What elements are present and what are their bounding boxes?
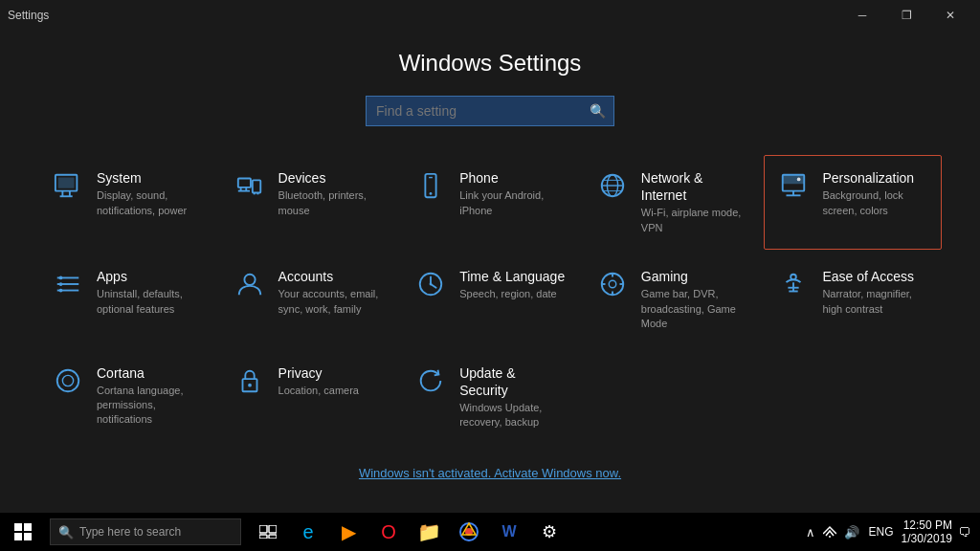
chrome-button[interactable] <box>450 513 488 551</box>
activation-notice: Windows isn't activated. Activate Window… <box>38 454 942 491</box>
taskbar-search-text: Type here to search <box>79 525 181 539</box>
taskbar-right: ∧ 🔊 ENG 12:50 PM 1/30/2019 🗨 <box>804 518 980 545</box>
settings-item-network[interactable]: Network & Internet Wi-Fi, airplane mode,… <box>583 155 761 250</box>
gaming-desc: Game bar, DVR, broadcasting, Game Mode <box>641 287 748 331</box>
update-name: Update & Security <box>459 364 567 399</box>
svg-rect-55 <box>259 525 267 533</box>
network-icon <box>595 169 630 200</box>
settings-item-update[interactable]: Update & Security Windows Update, recove… <box>401 350 579 445</box>
svg-point-37 <box>609 280 616 288</box>
file-explorer-button[interactable]: 📁 <box>410 513 448 551</box>
settings-item-phone[interactable]: Phone Link your Android, iPhone <box>401 155 579 250</box>
search-icon: 🔍 <box>590 103 606 119</box>
network-desc: Wi-Fi, airplane mode, VPN <box>641 206 748 235</box>
settings-item-gaming[interactable]: Gaming Game bar, DVR, broadcasting, Game… <box>583 253 761 345</box>
personalization-name: Personalization <box>822 169 929 187</box>
svg-rect-4 <box>58 178 75 188</box>
system-text: System Display, sound, notifications, po… <box>97 169 204 218</box>
phone-text: Phone Link your Android, iPhone <box>459 169 567 218</box>
word-button[interactable]: W <box>490 513 528 551</box>
chevron-up-icon[interactable]: ∧ <box>804 525 817 540</box>
apps-desc: Uninstall, defaults, optional features <box>97 287 204 317</box>
svg-point-31 <box>244 275 255 285</box>
search-input[interactable] <box>367 97 613 125</box>
edge-button[interactable]: e <box>289 513 327 551</box>
network-name: Network & Internet <box>641 169 748 204</box>
time-name: Time & Language <box>459 268 565 285</box>
taskbar-date: 1/30/2019 <box>902 532 952 545</box>
taskbar-language[interactable]: ENG <box>865 525 898 539</box>
svg-point-61 <box>829 536 831 538</box>
svg-rect-58 <box>269 535 277 539</box>
time-text: Time & Language Speech, region, date <box>459 268 565 302</box>
settings-item-cortana[interactable]: Cortana Cortana language, permissions, n… <box>38 350 216 445</box>
settings-taskbar-button[interactable]: ⚙ <box>530 513 568 551</box>
apps-text: Apps Uninstall, defaults, optional featu… <box>97 268 204 317</box>
taskbar: 🔍 Type here to search e ▶ O 📁 <box>0 513 980 551</box>
gaming-icon <box>595 268 630 298</box>
settings-item-privacy[interactable]: Privacy Location, camera <box>220 350 398 445</box>
restore-button[interactable]: ❐ <box>884 0 928 31</box>
taskbar-search-box[interactable]: 🔍 Type here to search <box>50 518 241 545</box>
time-desc: Speech, region, date <box>459 287 565 301</box>
svg-point-50 <box>248 383 252 386</box>
svg-point-28 <box>59 276 63 280</box>
svg-point-24 <box>797 178 801 182</box>
ease-desc: Narrator, magnifier, high contrast <box>822 287 929 317</box>
settings-item-accounts[interactable]: Accounts Your accounts, email, sync, wor… <box>220 253 398 345</box>
taskbar-icons: e ▶ O 📁 W ⚙ <box>249 513 568 551</box>
personalization-icon <box>776 169 811 200</box>
volume-icon[interactable]: 🔊 <box>842 525 861 540</box>
start-button[interactable] <box>0 513 46 551</box>
settings-item-ease[interactable]: Ease of Access Narrator, magnifier, high… <box>764 253 942 345</box>
svg-point-48 <box>62 375 73 386</box>
privacy-name: Privacy <box>278 364 359 382</box>
system-name: System <box>97 169 204 187</box>
devices-text: Devices Bluetooth, printers, mouse <box>278 169 386 218</box>
svg-rect-54 <box>24 533 32 540</box>
svg-point-29 <box>59 282 63 286</box>
taskbar-clock[interactable]: 12:50 PM 1/30/2019 <box>902 518 952 545</box>
svg-rect-6 <box>252 180 259 192</box>
close-button[interactable]: ✕ <box>928 0 972 31</box>
vlc-button[interactable]: ▶ <box>329 513 368 551</box>
cortana-icon <box>51 364 85 395</box>
system-icon <box>51 169 85 200</box>
system-desc: Display, sound, notifications, power <box>97 188 204 218</box>
svg-rect-57 <box>259 535 267 539</box>
svg-point-47 <box>57 369 79 391</box>
cortana-name: Cortana <box>97 364 204 382</box>
personalization-desc: Background, lock screen, colors <box>822 188 929 218</box>
personalization-text: Personalization Background, lock screen,… <box>822 169 929 218</box>
task-view-button[interactable] <box>249 513 287 551</box>
settings-item-personalization[interactable]: Personalization Background, lock screen,… <box>764 155 942 250</box>
gaming-text: Gaming Game bar, DVR, broadcasting, Game… <box>641 268 748 331</box>
opera-button[interactable]: O <box>369 513 408 551</box>
settings-item-devices[interactable]: Devices Bluetooth, printers, mouse <box>220 155 398 250</box>
ease-name: Ease of Access <box>822 268 929 285</box>
settings-item-time[interactable]: Time & Language Speech, region, date <box>401 253 579 345</box>
settings-item-apps[interactable]: Apps Uninstall, defaults, optional featu… <box>38 253 216 345</box>
update-desc: Windows Update, recovery, backup <box>459 401 567 430</box>
notifications-icon[interactable]: 🗨 <box>956 525 972 540</box>
taskbar-search-icon: 🔍 <box>58 525 74 540</box>
svg-point-14 <box>430 192 433 195</box>
ease-icon <box>776 268 811 298</box>
settings-item-system[interactable]: System Display, sound, notifications, po… <box>38 155 216 250</box>
activation-link[interactable]: Windows isn't activated. Activate Window… <box>359 466 621 480</box>
privacy-desc: Location, camera <box>278 384 359 398</box>
titlebar-title: Settings <box>8 9 49 22</box>
network-status-icon <box>821 524 838 540</box>
svg-point-35 <box>430 283 433 286</box>
page-title: Windows Settings <box>38 50 942 77</box>
minimize-button[interactable]: ─ <box>840 0 884 31</box>
titlebar: Settings ─ ❐ ✕ <box>0 0 980 31</box>
svg-rect-21 <box>783 175 805 184</box>
devices-desc: Bluetooth, printers, mouse <box>278 188 386 218</box>
svg-rect-52 <box>24 523 32 531</box>
settings-grid: System Display, sound, notifications, po… <box>38 155 942 445</box>
svg-rect-56 <box>269 525 277 533</box>
gaming-name: Gaming <box>641 268 748 285</box>
accounts-icon <box>233 268 267 298</box>
apps-name: Apps <box>97 268 204 285</box>
